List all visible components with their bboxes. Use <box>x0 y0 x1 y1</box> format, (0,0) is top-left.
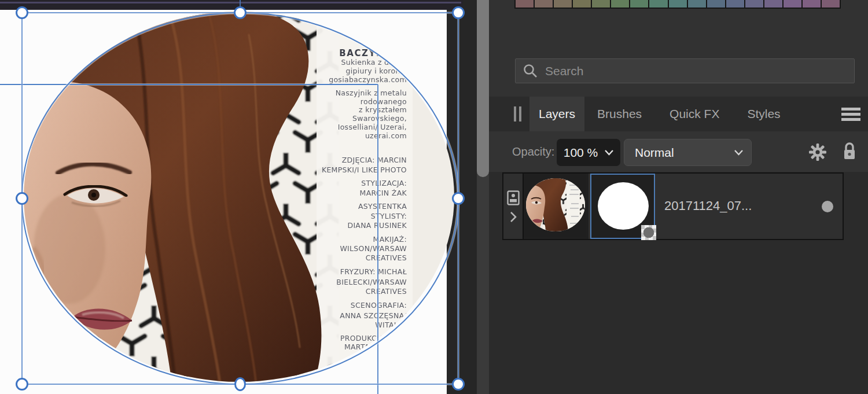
handle-middle-right[interactable] <box>453 193 464 204</box>
tab-quick-fx[interactable]: Quick FX <box>660 97 729 131</box>
canvas-region: BACZYŃSKASukienka z działugipiury i koro… <box>0 0 489 394</box>
photo-text-line: rodowanego <box>361 97 407 106</box>
handle-bottom-right[interactable] <box>453 379 464 390</box>
color-swatch[interactable] <box>649 0 668 8</box>
opacity-label: Opacity: <box>512 131 554 172</box>
handle-middle-left[interactable] <box>17 193 28 204</box>
expand-chevron-icon[interactable] <box>509 211 517 223</box>
layer-photo-thumbnail[interactable] <box>524 174 589 239</box>
search-box[interactable] <box>515 58 855 83</box>
panel-drag-handle-icon[interactable] <box>514 106 521 121</box>
layer-options-row: Opacity: 100 % Normal <box>489 131 868 172</box>
layers-list: 20171124_07... <box>489 172 868 394</box>
photo-text-line: STYLISTY: <box>371 212 407 220</box>
color-swatch[interactable] <box>592 0 611 8</box>
search-icon <box>523 64 538 79</box>
color-swatch[interactable] <box>822 0 841 8</box>
photo-text-line: CREATIVES <box>366 253 407 262</box>
photo-text-line: CREATIVES <box>366 287 407 296</box>
photo-text-line: FRYZURY: MICHAŁ <box>340 267 407 276</box>
gear-icon[interactable] <box>808 143 827 161</box>
photo-text-line: ZDJĘCIA: MARCIN <box>342 156 407 164</box>
photo-text-line: STYLIZACJA: <box>361 179 407 187</box>
color-swatch[interactable] <box>745 0 764 8</box>
layer-mask-thumbnail[interactable] <box>590 174 655 239</box>
color-swatch[interactable] <box>611 0 630 8</box>
page-top-edge-line <box>0 2 461 3</box>
color-swatch[interactable] <box>688 0 707 8</box>
panel-menu-icon[interactable] <box>841 108 860 121</box>
color-swatch[interactable] <box>669 0 688 8</box>
tab-brushes[interactable]: Brushes <box>588 97 651 131</box>
photo-text-line: WILSON/WARSAW <box>340 244 407 253</box>
color-swatch[interactable] <box>514 0 535 8</box>
eye <box>65 186 126 206</box>
blend-mode-value: Normal <box>635 146 674 160</box>
app-window: BACZYŃSKASukienka z działugipiury i koro… <box>0 0 868 394</box>
photo-text-line: ASYSTENTKA <box>358 202 407 211</box>
photo-text-line: BIELECKI/WARSAW <box>336 278 407 286</box>
canvas-top-bar <box>0 0 463 10</box>
color-swatch[interactable] <box>535 0 554 8</box>
opacity-value: 100 % <box>564 146 598 160</box>
layer-row[interactable]: 20171124_07... <box>502 172 844 240</box>
handle-top-right[interactable] <box>453 8 464 19</box>
document-canvas: BACZYŃSKASukienka z działugipiury i koro… <box>0 0 489 394</box>
color-swatch[interactable] <box>803 0 822 8</box>
photo-text-line: KEMPSKI/I LIKE PHOTO <box>322 165 407 174</box>
color-swatch[interactable] <box>630 0 649 8</box>
tab-styles[interactable]: Styles <box>738 97 789 131</box>
image-layer-icon <box>507 190 520 205</box>
layer-visibility-toggle[interactable] <box>822 201 833 212</box>
search-input[interactable] <box>545 64 823 78</box>
layer-row-gutter <box>503 174 524 239</box>
color-swatch[interactable] <box>764 0 784 8</box>
blend-mode-dropdown[interactable]: Normal <box>624 139 752 166</box>
layer-name[interactable]: 20171124_07... <box>664 174 752 239</box>
color-swatch[interactable] <box>707 0 726 8</box>
chevron-down-icon <box>605 150 613 156</box>
color-swatch[interactable] <box>726 0 745 8</box>
color-swatch[interactable] <box>554 0 573 8</box>
chevron-down-icon <box>734 150 743 156</box>
color-swatch[interactable] <box>784 0 803 8</box>
photo-text-line: ANNA SZCZĘSNA/ <box>340 311 407 320</box>
photo-text-line: Naszyjnik z metalu <box>336 89 407 97</box>
swatch-row <box>514 0 841 9</box>
lock-icon[interactable] <box>842 142 857 161</box>
opacity-dropdown[interactable]: 100 % <box>557 139 620 166</box>
photo-text-line: Swarovskiego, <box>352 114 407 123</box>
vertical-scrollbar-thumb[interactable] <box>477 0 489 177</box>
panel-tab-bar: Layers Brushes Quick FX Styles <box>489 97 868 131</box>
handle-top-center[interactable] <box>235 8 246 19</box>
studio-panel: Layers Brushes Quick FX Styles Opacity: … <box>489 0 868 394</box>
color-swatch[interactable] <box>573 0 592 8</box>
handle-top-left[interactable] <box>17 8 28 19</box>
photo-text-line: z kryształem <box>359 105 407 114</box>
photo-text-line: MARCIN ŻAK <box>360 189 407 197</box>
mask-ellipse-shape <box>598 182 649 230</box>
photo-text-line: gosiabaczynska.com <box>329 75 407 84</box>
photo-text-line: uzerai.com <box>365 131 407 140</box>
handle-bottom-center[interactable] <box>236 378 245 391</box>
photo-text-line: Iosselliani/ Uzerai, <box>338 123 407 131</box>
tab-layers[interactable]: Layers <box>529 97 584 131</box>
mask-badge-icon <box>641 225 656 240</box>
handle-bottom-left[interactable] <box>17 379 28 390</box>
